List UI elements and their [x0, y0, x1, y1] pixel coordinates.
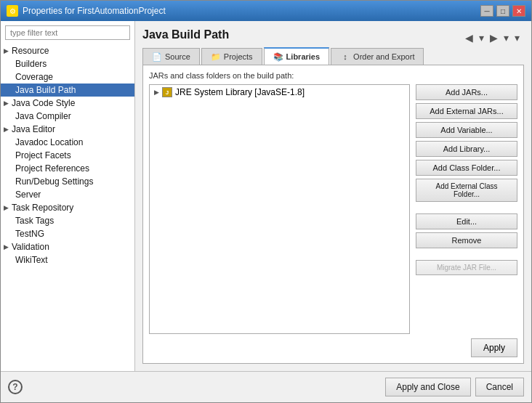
expand-arrow-icon: ▶ — [4, 126, 9, 133]
sidebar-item-task-tags[interactable]: Task Tags — [1, 214, 134, 227]
sidebar-item-label: Java Code Style — [12, 98, 75, 108]
main-header: Java Build Path ◀ ▾ ▶ ▾ ▾ — [142, 28, 524, 47]
sidebar-item-label: Builders — [15, 59, 47, 69]
libraries-tab-icon: 📚 — [273, 52, 283, 62]
add-variable-button[interactable]: Add Variable... — [416, 122, 517, 138]
close-button[interactable]: ✕ — [512, 5, 525, 17]
expand-arrow-icon: ▶ — [4, 204, 9, 211]
sidebar-item-builders[interactable]: Builders — [1, 57, 134, 70]
tree-item-label: JRE System Library [JavaSE-1.8] — [175, 87, 305, 97]
page-title: Java Build Path — [142, 28, 229, 41]
sidebar-item-server[interactable]: Server — [1, 188, 134, 201]
source-tab-icon: 📄 — [152, 52, 162, 62]
sidebar-item-label: Java Compiler — [15, 111, 71, 121]
expand-arrow-icon: ▶ — [4, 47, 9, 54]
properties-window: ⚙ Properties for FirstAutomationProject … — [0, 0, 532, 403]
content-area: ▶ Resource Builders Coverage Java Build … — [1, 21, 531, 371]
add-class-folder-button[interactable]: Add Class Folder... — [416, 160, 517, 176]
bottom-right: Apply and Close Cancel — [385, 378, 524, 396]
sidebar-item-java-build-path[interactable]: Java Build Path — [1, 84, 134, 97]
window-icon: ⚙ — [7, 5, 18, 17]
sidebar-item-label: WikiText — [15, 255, 48, 265]
apply-close-button[interactable]: Apply and Close — [385, 378, 470, 396]
sidebar-item-label: Coverage — [15, 72, 53, 82]
sidebar-item-java-compiler[interactable]: Java Compiler — [1, 110, 134, 123]
add-library-button[interactable]: Add Library... — [416, 141, 517, 157]
sidebar-item-label: Run/Debug Settings — [15, 176, 93, 187]
apply-button[interactable]: Apply — [471, 338, 517, 357]
tree-panel[interactable]: ▶ J JRE System Library [JavaSE-1.8] — [149, 84, 410, 334]
sidebar-item-javadoc-location[interactable]: Javadoc Location — [1, 136, 134, 149]
dropdown2-arrow-icon[interactable]: ▾ — [502, 30, 510, 45]
tab-projects[interactable]: 📁 Projects — [201, 48, 262, 65]
sidebar-item-run-debug-settings[interactable]: Run/Debug Settings — [1, 175, 134, 188]
nav-arrows: ◀ ▾ ▶ ▾ ▾ — [464, 30, 524, 45]
sidebar-item-testng[interactable]: TestNG — [1, 227, 134, 240]
window-title: Properties for FirstAutomationProject — [23, 6, 166, 16]
sidebar-item-project-facets[interactable]: Project Facets — [1, 149, 134, 162]
apply-area: Apply — [149, 334, 517, 357]
sidebar-item-label: TestNG — [15, 229, 44, 239]
sidebar-item-label: Resource — [12, 46, 49, 56]
sidebar-item-label: Project References — [15, 163, 89, 174]
help-icon[interactable]: ? — [8, 380, 23, 394]
order-tab-icon: ↕ — [340, 52, 350, 62]
sidebar-item-label: Validation — [12, 242, 49, 252]
maximize-button[interactable]: □ — [496, 5, 509, 17]
tree-expand-icon: ▶ — [154, 89, 159, 96]
panel-content: ▶ J JRE System Library [JavaSE-1.8] Add … — [149, 84, 517, 334]
tabs-row: 📄 Source 📁 Projects 📚 Libraries ↕ Order … — [142, 47, 524, 65]
sidebar-item-validation[interactable]: ▶ Validation — [1, 240, 134, 253]
sidebar-item-label: Task Repository — [12, 203, 73, 213]
tab-source[interactable]: 📄 Source — [142, 48, 200, 65]
tree-item[interactable]: ▶ J JRE System Library [JavaSE-1.8] — [150, 85, 409, 99]
bottom-bar: ? Apply and Close Cancel — [1, 371, 531, 402]
expand-arrow-icon: ▶ — [4, 99, 9, 107]
expand-arrow-icon: ▶ — [4, 243, 9, 251]
filter-input[interactable] — [5, 25, 130, 40]
forward-arrow-icon[interactable]: ▶ — [488, 30, 499, 45]
tab-label: Libraries — [286, 52, 320, 61]
menu-arrow-icon[interactable]: ▾ — [513, 30, 521, 45]
sidebar-item-label: Javadoc Location — [15, 137, 83, 147]
jar-icon: J — [162, 87, 172, 97]
sidebar-item-label: Task Tags — [15, 216, 54, 226]
sidebar-item-label: Java Editor — [12, 124, 55, 134]
projects-tab-icon: 📁 — [211, 52, 221, 62]
add-jars-button[interactable]: Add JARs... — [416, 84, 517, 100]
sidebar: ▶ Resource Builders Coverage Java Build … — [1, 21, 135, 371]
dropdown-arrow-icon[interactable]: ▾ — [477, 30, 485, 45]
edit-button[interactable]: Edit... — [416, 213, 517, 229]
sidebar-item-resource[interactable]: ▶ Resource — [1, 44, 134, 57]
sidebar-item-label: Project Facets — [15, 150, 71, 160]
jar-description: JARs and class folders on the build path… — [149, 71, 517, 80]
sidebar-item-project-references[interactable]: Project References — [1, 162, 134, 175]
sidebar-item-wikitext[interactable]: WikiText — [1, 253, 134, 266]
main-panel: Java Build Path ◀ ▾ ▶ ▾ ▾ 📄 Source 📁 Pro… — [135, 21, 531, 371]
sidebar-item-label: Java Build Path — [15, 85, 76, 95]
add-external-class-folder-button[interactable]: Add External Class Folder... — [416, 179, 517, 202]
back-arrow-icon[interactable]: ◀ — [464, 30, 475, 45]
tab-libraries[interactable]: 📚 Libraries — [264, 47, 329, 65]
sidebar-item-java-code-style[interactable]: ▶ Java Code Style — [1, 97, 134, 110]
tab-label: Source — [165, 52, 190, 61]
remove-button[interactable]: Remove — [416, 232, 517, 248]
sidebar-item-task-repository[interactable]: ▶ Task Repository — [1, 201, 134, 214]
title-controls: ─ □ ✕ — [480, 5, 525, 17]
action-buttons: Add JARs... Add External JARs... Add Var… — [416, 84, 517, 334]
add-external-jars-button[interactable]: Add External JARs... — [416, 103, 517, 119]
sidebar-item-java-editor[interactable]: ▶ Java Editor — [1, 123, 134, 136]
panel-body: JARs and class folders on the build path… — [142, 65, 524, 364]
tab-order-export[interactable]: ↕ Order and Export — [331, 48, 424, 65]
cancel-button[interactable]: Cancel — [475, 378, 524, 396]
tab-label: Order and Export — [353, 52, 414, 61]
sidebar-item-coverage[interactable]: Coverage — [1, 70, 134, 84]
tab-label: Projects — [224, 52, 253, 61]
title-bar: ⚙ Properties for FirstAutomationProject … — [1, 1, 531, 21]
minimize-button[interactable]: ─ — [480, 5, 493, 17]
migrate-jar-button: Migrate JAR File... — [416, 260, 517, 275]
sidebar-item-label: Server — [15, 190, 41, 200]
